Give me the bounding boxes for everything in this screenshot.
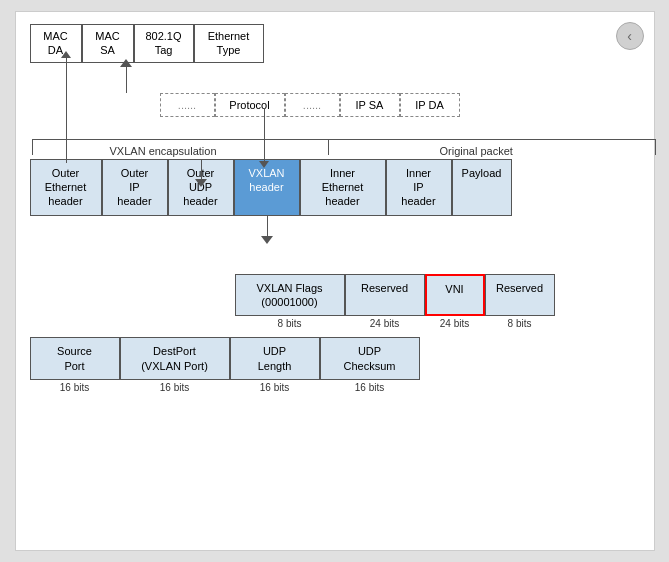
vxlan-bits-row: 8 bits 24 bits 24 bits 8 bits: [235, 318, 640, 329]
udp-chk-box: UDP Checksum: [320, 337, 420, 380]
vxlan-reserved1-bits: 24 bits: [345, 318, 425, 329]
arrow-up-1: [120, 59, 132, 67]
ip-to-outer-ip-line: [264, 108, 265, 165]
vxlan-vni-box: VNI: [425, 274, 485, 317]
udp-vert-line: [201, 159, 202, 181]
bracket-right-vxlan-line: [328, 139, 329, 155]
udp-dest-box: DestPort (VXLAN Port): [120, 337, 230, 380]
mac-sa-box: MAC SA: [82, 24, 134, 63]
udp-arrow-down: [195, 179, 207, 187]
label-bracket-row: VXLAN encapsulation Original packet: [30, 131, 640, 159]
udp-chk-bits: 16 bits: [320, 382, 420, 393]
ip-da-box: IP DA: [400, 93, 460, 117]
bracket-left-line: [32, 139, 33, 155]
vxlan-flags-bits: 8 bits: [235, 318, 345, 329]
protocol-box: Protocol: [215, 93, 285, 117]
mac-da-box: MAC DA: [30, 24, 82, 63]
ip-sa-box: IP SA: [340, 93, 400, 117]
outer-eth-up-line: [66, 56, 67, 163]
vxlan-reserved2-box: Reserved: [485, 274, 555, 317]
vxlan-vert-line: [267, 216, 268, 238]
vxlan-detail-row: VXLAN Flags (00001000) Reserved VNI Rese…: [235, 274, 640, 317]
diagram-container: ‹ MAC DA MAC SA 802.1Q Tag Ethernet Type…: [15, 11, 655, 551]
original-packet-label: Original packet: [440, 145, 513, 157]
vxlan-vni-bits: 24 bits: [425, 318, 485, 329]
diagram-inner: MAC DA MAC SA 802.1Q Tag Ethernet Type .…: [30, 24, 640, 393]
dots1-box: ......: [160, 93, 215, 117]
ip-header-row: ...... Protocol ...... IP SA IP DA: [160, 93, 470, 117]
bracket-orig-line: [328, 139, 656, 140]
udp-bits-row: 16 bits 16 bits 16 bits 16 bits: [30, 382, 640, 393]
tag-802q-box: 802.1Q Tag: [134, 24, 194, 63]
vxlan-reserved2-bits: 8 bits: [485, 318, 555, 329]
udp-dest-bits: 16 bits: [120, 382, 230, 393]
bracket-top-line: [32, 139, 328, 140]
bracket-right-orig-line: [655, 139, 656, 155]
udp-src-box: Source Port: [30, 337, 120, 380]
vxlan-encap-label: VXLAN encapsulation: [110, 145, 217, 157]
vxlan-reserved1-box: Reserved: [345, 274, 425, 317]
udp-len-box: UDP Length: [230, 337, 320, 380]
mac-header-row: MAC DA MAC SA 802.1Q Tag Ethernet Type: [30, 24, 360, 63]
vxlan-flags-box: VXLAN Flags (00001000): [235, 274, 345, 317]
udp-arrow-section: [30, 159, 640, 189]
udp-len-bits: 16 bits: [230, 382, 320, 393]
udp-src-bits: 16 bits: [30, 382, 120, 393]
vxlan-arrow-section: [30, 216, 640, 246]
outer-eth-up-arrow: [61, 51, 71, 58]
vxlan-arrow-down: [261, 236, 273, 244]
ip-to-outer-ip-arrow: [259, 161, 269, 168]
eth-type-box: Ethernet Type: [194, 24, 264, 63]
udp-detail-row: Source Port DestPort (VXLAN Port) UDP Le…: [30, 337, 640, 380]
dots2-box: ......: [285, 93, 340, 117]
